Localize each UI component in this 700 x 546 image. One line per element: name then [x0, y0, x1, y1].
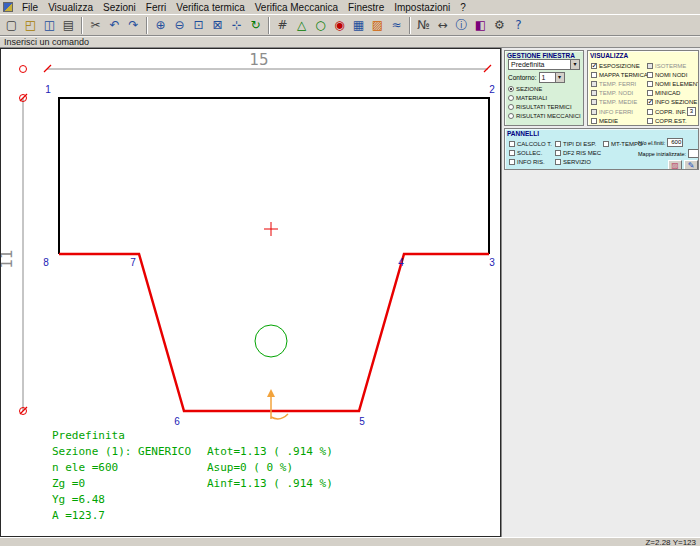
dimension-ticks — [20, 65, 491, 414]
zoom-extents-icon[interactable]: ⊠ — [208, 16, 227, 35]
menu-file[interactable]: File — [17, 1, 43, 14]
menu-impostazioni[interactable]: Impostazioni — [389, 1, 455, 14]
checkbox-temp-nodi[interactable]: TEMP. NODI — [589, 89, 644, 98]
opening-circle — [255, 325, 287, 357]
checkbox-nomi-elementi[interactable]: NOMI ELEMENTI — [645, 79, 699, 88]
radio-label: MATERIALI — [516, 95, 547, 101]
command-input[interactable]: Inserisci un comando — [0, 36, 700, 48]
checkbox-isoterme[interactable]: ISOTERME — [645, 61, 699, 70]
elfiniti-label: N/o el.finiti: — [638, 140, 665, 146]
checkbox-tipi-di-esp[interactable]: TIPI DI ESP. — [553, 139, 601, 148]
checkbox-temp-ferri[interactable]: TEMP. FERRI — [589, 79, 644, 88]
checkbox-icon — [647, 72, 653, 78]
zoom-out-icon[interactable]: ⊖ — [170, 16, 189, 35]
menu-ferri[interactable]: Ferri — [141, 1, 172, 14]
checkbox-nomi-nodi[interactable]: NOMI NODI — [645, 70, 699, 79]
radio-materiali[interactable]: MATERIALI — [505, 93, 583, 102]
isotherms-icon[interactable]: ≈ — [387, 16, 406, 35]
toolbar-separator — [146, 17, 148, 34]
main-area: 15 11 — [0, 48, 700, 537]
color-palette-icon[interactable]: ◧ — [471, 16, 490, 35]
axis-arrow-head — [267, 389, 275, 397]
preset-select[interactable]: Predefinita — [508, 59, 580, 70]
menu-verifica-meccanica[interactable]: Verifica Meccanica — [250, 1, 343, 14]
help-icon[interactable]: ? — [509, 16, 528, 35]
menu-verifica-termica[interactable]: Verifica termica — [171, 1, 249, 14]
redraw-icon[interactable]: ↻ — [246, 16, 265, 35]
checkbox-label: TEMP. FERRI — [599, 81, 636, 87]
menu-sezioni[interactable]: Sezioni — [98, 1, 141, 14]
checkbox-copr-est[interactable]: COPR.EST. — [645, 116, 699, 125]
checkbox-calcolo-t[interactable]: CALCOLO T. — [507, 139, 551, 148]
checkbox-icon — [555, 159, 561, 165]
checkbox-info-sezione[interactable]: INFO SEZIONE — [645, 98, 699, 107]
checkbox-mappa-termica[interactable]: MAPPA TERMICA — [589, 70, 644, 79]
draw-circle-icon[interactable]: ○ — [311, 16, 330, 35]
menu-help[interactable]: ? — [455, 1, 471, 14]
statusbar: Z=2.28 Y=123 — [0, 537, 700, 546]
node-numbers-icon[interactable]: № — [414, 16, 433, 35]
checkbox-icon — [591, 118, 597, 124]
radio-risultati-meccanici[interactable]: RISULTATI MECCANICI — [505, 111, 583, 120]
checkbox-df2-ris-mec[interactable]: DF2 RIS MEC — [553, 148, 601, 157]
settings-gear-icon[interactable]: ⚙ — [490, 16, 509, 35]
checkbox-label: MINICAD — [655, 90, 680, 96]
info-icon[interactable]: ⓘ — [452, 16, 471, 35]
checkbox-info-ris[interactable]: INFO RIS. — [507, 157, 551, 166]
draw-polygon-icon[interactable]: △ — [292, 16, 311, 35]
zoom-in-icon[interactable]: ⊕ — [151, 16, 170, 35]
mappe-label: Mappe inizializzate: — [638, 151, 686, 157]
info-line: A =123.7 — [52, 509, 105, 522]
checkbox-icon — [603, 141, 609, 147]
redo-icon[interactable]: ↷ — [124, 16, 143, 35]
cut-icon[interactable]: ✂ — [86, 16, 105, 35]
dimension-height-label: 11 — [1, 249, 16, 268]
drawing-canvas[interactable]: 15 11 — [0, 48, 501, 537]
contorno-select[interactable]: 1 — [539, 72, 565, 83]
checkbox-sollec[interactable]: SOLLEC. — [507, 148, 551, 157]
menu-visualizza[interactable]: Visualizza — [43, 1, 98, 14]
checkbox-minicad[interactable]: MINICAD — [645, 89, 699, 98]
copr-inf-input[interactable]: 3 — [687, 107, 696, 116]
mesh-elements-icon[interactable]: ▦ — [349, 16, 368, 35]
open-folder-icon[interactable]: ◰ — [21, 16, 40, 35]
checkbox-esposizione[interactable]: ESPOSIZIONE — [589, 61, 644, 70]
insert-rebar-icon[interactable]: ◉ — [330, 16, 349, 35]
chevron-down-icon — [555, 73, 564, 82]
checkbox-label: SERVIZIO — [563, 159, 591, 165]
radio-icon — [508, 86, 514, 92]
radio-icon — [508, 104, 514, 110]
radio-sezione[interactable]: SEZIONE — [505, 84, 583, 93]
grip-point[interactable] — [20, 66, 27, 73]
zoom-window-icon[interactable]: ⊡ — [189, 16, 208, 35]
save-file-icon[interactable]: ◫ — [40, 16, 59, 35]
edit-maps-button[interactable]: ✎ — [684, 160, 698, 170]
radio-label: RISULTATI MECCANICI — [516, 113, 581, 119]
print-icon[interactable]: ▤ — [59, 16, 78, 35]
checkbox-servizio[interactable]: SERVIZIO — [553, 157, 601, 166]
info-line: Predefinita — [52, 429, 125, 442]
vertex-label-4: 4 — [398, 257, 404, 268]
checkbox-icon — [591, 109, 597, 115]
grid-snap-icon[interactable]: # — [273, 16, 292, 35]
checkbox-temp-medie[interactable]: TEMP. MEDIE — [589, 98, 644, 107]
new-file-icon[interactable]: ▢ — [2, 16, 21, 35]
measure-dimension-icon[interactable]: ↔ — [433, 16, 452, 35]
mappe-value: 3 — [688, 149, 699, 158]
checkbox-mt-tempo[interactable]: MT-TEMPO — [601, 139, 639, 148]
info-line: n ele =600 — [52, 461, 118, 474]
checkbox-info-ferri[interactable]: INFO FERRI — [589, 107, 644, 116]
checkbox-medie[interactable]: MEDIE — [589, 116, 644, 125]
radio-icon — [508, 95, 514, 101]
undo-icon[interactable]: ↶ — [105, 16, 124, 35]
info-line: Sezione (1): GENERICO — [52, 445, 191, 458]
radio-risultati-termici[interactable]: RISULTATI TERMICI — [505, 102, 583, 111]
pan-view-icon[interactable]: ⊹ — [227, 16, 246, 35]
panel-title: PANNELLI — [505, 129, 698, 137]
thermal-map-icon[interactable]: ▨ — [368, 16, 387, 35]
checkbox-icon — [555, 141, 561, 147]
erase-maps-button[interactable]: ▨ — [668, 160, 682, 170]
menu-finestre[interactable]: Finestre — [343, 1, 389, 14]
toolbar-separator — [268, 17, 270, 34]
info-line: Atot=1.13 ( .914 %) — [207, 445, 333, 458]
